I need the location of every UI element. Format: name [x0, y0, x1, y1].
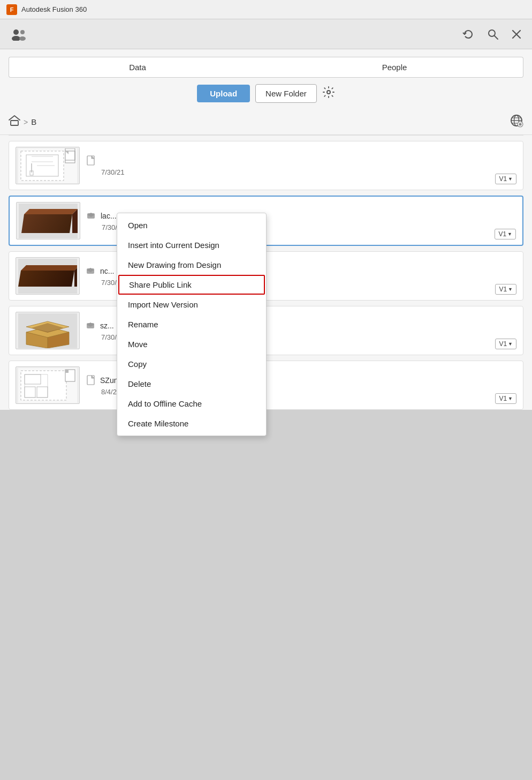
breadcrumb-current: B — [31, 117, 36, 126]
context-menu-item-rename[interactable]: Rename — [117, 314, 266, 334]
settings-button[interactable] — [322, 86, 335, 101]
file-thumbnail — [16, 202, 80, 239]
file-type-icon — [86, 320, 97, 331]
search-button[interactable] — [485, 26, 501, 42]
action-bar: Upload New Folder — [0, 78, 532, 109]
toolbar-right — [460, 26, 523, 42]
file-info: 7/30/21 — [86, 155, 516, 176]
file-version[interactable]: V1 ▼ — [495, 229, 516, 239]
file-version[interactable]: V1 ▼ — [495, 393, 516, 404]
file-version[interactable]: V1 ▼ — [495, 339, 516, 349]
file-version[interactable]: V1 ▼ — [495, 174, 516, 184]
svg-point-2 — [20, 30, 25, 34]
context-menu-item-delete[interactable]: Delete — [117, 374, 266, 394]
breadcrumb-nav: > B — [9, 115, 36, 129]
people-icon-button[interactable] — [9, 26, 29, 43]
context-menu-item-milestone[interactable]: Create Milestone — [117, 414, 266, 433]
file-thumbnail — [16, 257, 80, 295]
home-icon[interactable] — [9, 115, 20, 129]
svg-rect-9 — [11, 121, 18, 125]
context-menu-item-offline-cache[interactable]: Add to Offline Cache — [117, 394, 266, 414]
file-name: nc... — [100, 267, 114, 275]
file-type-icon — [86, 155, 97, 166]
context-menu-item-move[interactable]: Move — [117, 334, 266, 354]
file-list: 7/30/21 V1 ▼ — [0, 141, 532, 410]
file-version[interactable]: V1 ▼ — [495, 284, 516, 295]
svg-point-0 — [13, 29, 19, 35]
file-thumbnail — [16, 312, 80, 349]
tab-people[interactable]: People — [266, 57, 523, 78]
tab-data[interactable]: Data — [9, 57, 266, 78]
file-type-icon — [86, 375, 97, 386]
file-thumbnail — [16, 366, 80, 404]
svg-marker-36 — [18, 271, 74, 287]
tabs: Data People — [0, 49, 532, 78]
context-menu-item-copy[interactable]: Copy — [117, 354, 266, 374]
close-button[interactable] — [510, 27, 523, 41]
svg-marker-30 — [21, 214, 72, 233]
file-item[interactable]: lac... 7/30/2... V1 ▼ Open Insert into C… — [9, 196, 523, 246]
breadcrumb: > B — [0, 109, 532, 135]
file-item[interactable]: 7/30/21 V1 ▼ — [9, 141, 523, 190]
app-icon: F — [6, 4, 17, 15]
file-thumbnail — [16, 147, 80, 184]
svg-rect-25 — [65, 151, 75, 163]
file-name: lac... — [101, 212, 117, 220]
context-menu-item-new-drawing[interactable]: New Drawing from Design — [117, 255, 266, 275]
svg-point-3 — [19, 36, 26, 41]
svg-point-8 — [327, 91, 330, 94]
svg-marker-59 — [65, 370, 69, 373]
file-name-row — [86, 155, 516, 166]
svg-point-4 — [489, 30, 495, 36]
svg-marker-31 — [24, 209, 78, 214]
file-type-icon — [87, 211, 97, 221]
panel: Data People Upload New Folder > B — [0, 49, 532, 410]
refresh-button[interactable] — [460, 26, 476, 42]
context-menu-item-insert[interactable]: Insert into Current Design — [117, 235, 266, 255]
context-menu: Open Insert into Current Design New Draw… — [117, 213, 267, 436]
title-bar: F Autodesk Fusion 360 — [0, 0, 532, 19]
file-type-icon — [86, 266, 97, 276]
svg-marker-37 — [21, 265, 77, 271]
context-menu-item-share-link[interactable]: Share Public Link — [118, 275, 265, 295]
context-menu-item-open[interactable]: Open — [117, 215, 266, 235]
svg-line-5 — [495, 36, 498, 39]
app-title: Autodesk Fusion 360 — [21, 5, 87, 13]
file-date: 7/30/21 — [86, 168, 516, 176]
new-folder-button[interactable]: New Folder — [255, 84, 317, 103]
svg-point-16 — [519, 123, 522, 126]
upload-button[interactable]: Upload — [197, 85, 250, 102]
svg-point-1 — [12, 36, 20, 41]
toolbar — [0, 19, 532, 49]
svg-rect-50 — [21, 371, 66, 400]
globe-icon[interactable] — [510, 114, 523, 130]
context-menu-item-import-version[interactable]: Import New Version — [117, 295, 266, 314]
breadcrumb-separator: > — [24, 118, 28, 126]
divider — [9, 135, 523, 136]
toolbar-left — [9, 26, 29, 43]
file-name: sz... — [100, 321, 114, 330]
